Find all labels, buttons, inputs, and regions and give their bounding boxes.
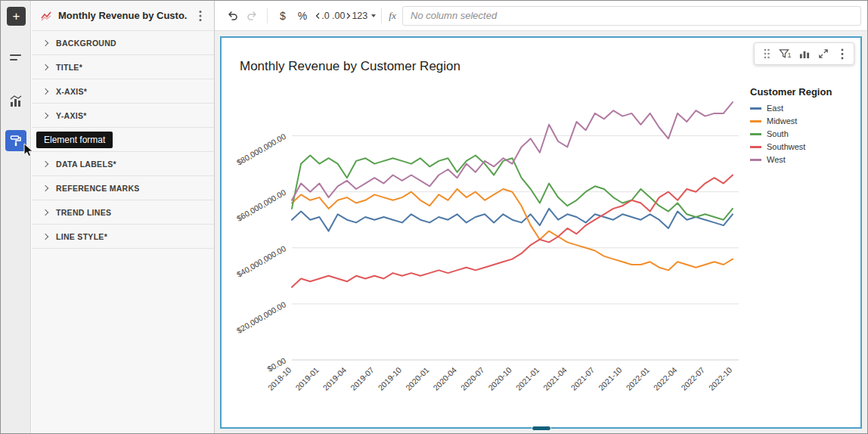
x-axis-tick-label: 2021-04 bbox=[541, 365, 569, 392]
redo-button[interactable] bbox=[242, 6, 262, 26]
legend-item: Midwest bbox=[750, 116, 854, 126]
format-section-title[interactable]: TITLE* bbox=[32, 55, 214, 79]
chevron-right-icon bbox=[42, 184, 48, 191]
drag-dots-icon bbox=[762, 48, 771, 60]
x-axis-tick-label: 2022-07 bbox=[679, 365, 706, 392]
legend-swatch bbox=[750, 120, 761, 122]
format-section-line-style[interactable]: LINE STYLE* bbox=[32, 225, 214, 249]
legend-item: Southwest bbox=[750, 142, 854, 151]
app-window: + Monthly Revenue by Custo... BACKGROUND… bbox=[0, 0, 868, 434]
arrow-left-icon bbox=[315, 12, 321, 20]
legend-swatch bbox=[750, 133, 761, 135]
element-properties-button[interactable] bbox=[5, 91, 26, 112]
add-element-button[interactable]: + bbox=[7, 7, 26, 26]
percent-format-button[interactable]: % bbox=[293, 6, 312, 26]
series-line-midwest[interactable] bbox=[292, 189, 733, 270]
format-section-x-axis[interactable]: X-AXIS* bbox=[32, 79, 214, 104]
number-format-dropdown[interactable]: 123 bbox=[352, 6, 376, 26]
chart-title: Monthly Revenue by Customer Region bbox=[240, 59, 460, 74]
undo-button[interactable] bbox=[222, 6, 242, 26]
element-more-menu-button[interactable] bbox=[832, 45, 851, 63]
element-format-icon bbox=[10, 135, 22, 147]
filter-count-badge: 1 bbox=[787, 51, 791, 59]
x-axis-tick-label: 2020-07 bbox=[459, 365, 486, 392]
element-properties-icon bbox=[10, 95, 22, 107]
element-format-button[interactable] bbox=[5, 130, 26, 151]
legend-swatch bbox=[750, 146, 761, 148]
toolbar-divider bbox=[267, 8, 268, 23]
decrease-decimal-button[interactable]: .0 bbox=[312, 6, 332, 26]
chart-legend: Customer Region EastMidwestSouthSouthwes… bbox=[750, 86, 854, 168]
y-axis-tick-label: $20,000,000.00 bbox=[235, 299, 287, 335]
x-axis-tick-label: 2022-10 bbox=[707, 365, 734, 392]
legend-label: Southwest bbox=[767, 142, 805, 151]
y-axis-tick-label: $60,000,000.00 bbox=[235, 188, 287, 223]
kebab-menu-icon bbox=[841, 48, 844, 60]
line-chart[interactable]: $0.00$20,000,000.00$40,000,000.00$60,000… bbox=[228, 83, 746, 425]
legend-label: West bbox=[767, 155, 786, 164]
format-section-trend-lines[interactable]: TREND LINES bbox=[32, 200, 214, 225]
x-axis-tick-label: 2022-04 bbox=[652, 365, 679, 392]
maximize-button[interactable] bbox=[814, 45, 832, 63]
left-rail: + bbox=[1, 1, 31, 433]
x-axis-tick-label: 2021-01 bbox=[514, 365, 541, 392]
x-axis-tick-label: 2022-01 bbox=[624, 365, 651, 392]
format-panel: Monthly Revenue by Custo... BACKGROUND T… bbox=[32, 1, 215, 433]
undo-icon bbox=[226, 9, 239, 22]
series-line-west[interactable] bbox=[292, 102, 733, 200]
x-axis-tick-label: 2020-04 bbox=[431, 365, 458, 392]
drag-handle[interactable] bbox=[757, 45, 776, 63]
expand-arrows-icon bbox=[818, 48, 829, 59]
toolbar-divider bbox=[381, 8, 382, 23]
series-line-east[interactable] bbox=[292, 209, 733, 231]
resize-handle[interactable] bbox=[532, 426, 551, 431]
legend-label: East bbox=[767, 104, 783, 113]
y-axis-tick-label: $40,000,000.00 bbox=[235, 243, 287, 279]
chevron-right-icon bbox=[42, 88, 48, 94]
formatting-toolbar: $ % .0 .00 123 fx No column selected bbox=[215, 1, 868, 31]
legend-swatch bbox=[750, 107, 761, 110]
legend-label: South bbox=[767, 129, 789, 138]
tooltip-element-format: Element format bbox=[36, 132, 113, 148]
kebab-menu-icon bbox=[199, 10, 202, 22]
x-axis-tick-label: 2020-01 bbox=[404, 365, 431, 392]
legend-swatch bbox=[750, 159, 761, 161]
redo-icon bbox=[246, 9, 259, 22]
format-section-data-labels[interactable]: DATA LABELS* bbox=[32, 152, 214, 176]
legend-item: South bbox=[750, 129, 854, 138]
plot-area: $0.00$20,000,000.00$40,000,000.00$60,000… bbox=[228, 83, 746, 428]
filter-button[interactable]: 1 bbox=[776, 45, 795, 63]
page-elements-icon bbox=[9, 51, 23, 64]
element-floating-toolbar: 1 bbox=[754, 42, 854, 65]
formula-input[interactable]: No column selected bbox=[402, 6, 861, 26]
element-title: Monthly Revenue by Custo... bbox=[58, 10, 187, 21]
chevron-right-icon bbox=[42, 64, 48, 70]
caret-down-icon bbox=[371, 14, 376, 17]
bar-chart-icon bbox=[799, 48, 810, 59]
legend-item: East bbox=[750, 104, 854, 113]
chart-element[interactable]: 1 Monthly Revenue by Customer Region $0.… bbox=[220, 36, 862, 429]
line-chart-element-icon bbox=[41, 10, 52, 21]
format-section-background[interactable]: BACKGROUND bbox=[32, 31, 214, 55]
legend-title: Customer Region bbox=[750, 86, 854, 98]
legend-items: EastMidwestSouthSouthwestWest bbox=[750, 104, 854, 164]
workspace-canvas: 1 Monthly Revenue by Customer Region $0.… bbox=[215, 31, 868, 434]
y-axis-tick-label: $80,000,000.00 bbox=[235, 132, 287, 167]
chevron-right-icon bbox=[42, 233, 48, 239]
currency-format-button[interactable]: $ bbox=[273, 6, 293, 26]
legend-item: West bbox=[750, 155, 854, 164]
x-axis-tick-label: 2019-04 bbox=[321, 365, 349, 392]
increase-decimal-button[interactable]: .00 bbox=[332, 6, 352, 26]
format-section-reference-marks[interactable]: REFERENCE MARKS bbox=[32, 176, 214, 200]
chevron-right-icon bbox=[42, 160, 48, 166]
page-elements-button[interactable] bbox=[5, 47, 26, 68]
chart-type-button[interactable] bbox=[795, 45, 814, 63]
legend-label: Midwest bbox=[767, 116, 797, 126]
chevron-right-icon bbox=[42, 209, 48, 215]
element-menu-button[interactable] bbox=[193, 7, 208, 25]
x-axis-tick-label: 2019-10 bbox=[376, 365, 403, 392]
arrow-right-icon bbox=[346, 12, 352, 20]
chevron-right-icon bbox=[42, 39, 48, 45]
x-axis-tick-label: 2019-07 bbox=[349, 365, 376, 392]
format-section-y-axis[interactable]: Y-AXIS* bbox=[32, 104, 214, 128]
